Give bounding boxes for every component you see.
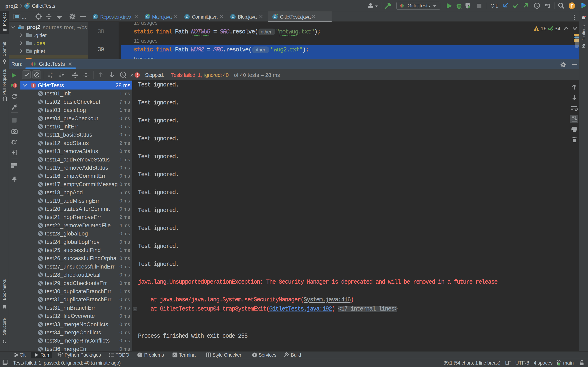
svg-text:C: C bbox=[274, 15, 276, 18]
svg-text:z: z bbox=[51, 75, 52, 78]
svg-text:C: C bbox=[232, 15, 234, 18]
svg-text:C: C bbox=[186, 15, 188, 18]
svg-text:a: a bbox=[51, 72, 53, 75]
svg-text:C: C bbox=[94, 15, 96, 18]
svg-text:C: C bbox=[26, 4, 28, 8]
